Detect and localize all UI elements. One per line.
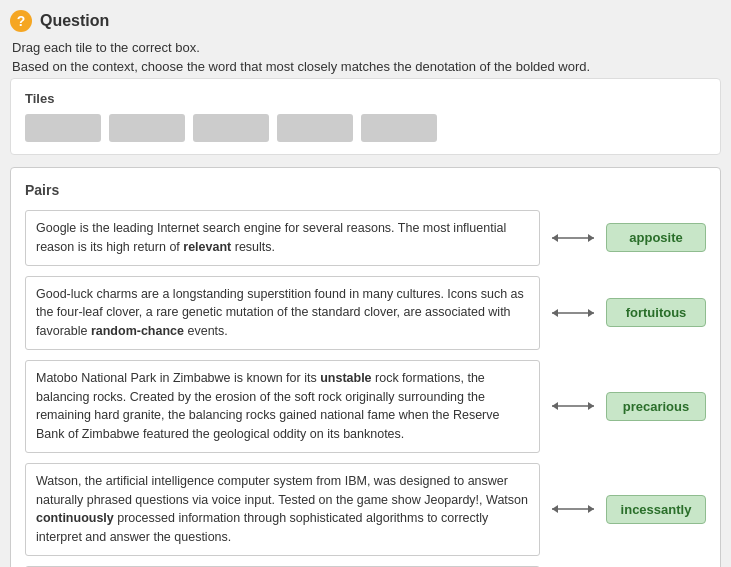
pairs-label: Pairs <box>25 182 706 198</box>
pair-text-3: Matobo National Park in Zimbabwe is know… <box>25 360 540 453</box>
pair-text-2: Good-luck charms are a longstanding supe… <box>25 276 540 350</box>
pair-row-3: Matobo National Park in Zimbabwe is know… <box>25 360 706 453</box>
svg-marker-7 <box>588 402 594 410</box>
pair-1-bold: relevant <box>183 240 231 254</box>
instruction-1: Drag each tile to the correct box. <box>12 40 721 55</box>
question-icon: ? <box>10 10 32 32</box>
svg-marker-4 <box>588 309 594 317</box>
arrow-1 <box>548 231 598 245</box>
pair-answer-3[interactable]: precarious <box>606 392 706 421</box>
svg-marker-11 <box>552 505 558 513</box>
pair-answer-2[interactable]: fortuitous <box>606 298 706 327</box>
pair-text-1: Google is the leading Internet search en… <box>25 210 540 266</box>
arrow-4 <box>548 502 598 516</box>
svg-marker-10 <box>588 505 594 513</box>
instruction-2: Based on the context, choose the word th… <box>12 59 721 74</box>
pair-2-text-after: events. <box>184 324 228 338</box>
tile-1[interactable] <box>25 114 101 142</box>
question-header: ? Question <box>10 10 721 32</box>
tile-3[interactable] <box>193 114 269 142</box>
pair-3-text-before: Matobo National Park in Zimbabwe is know… <box>36 371 320 385</box>
svg-marker-5 <box>552 309 558 317</box>
pair-row-2: Good-luck charms are a longstanding supe… <box>25 276 706 350</box>
arrow-3 <box>548 399 598 413</box>
svg-marker-1 <box>588 234 594 242</box>
pair-2-bold: random-chance <box>91 324 184 338</box>
pair-text-4: Watson, the artificial intelligence comp… <box>25 463 540 556</box>
pair-4-bold: continuously <box>36 511 114 525</box>
pair-3-bold: unstable <box>320 371 371 385</box>
arrow-2 <box>548 306 598 320</box>
tiles-row <box>25 114 706 142</box>
pair-1-text-after: results. <box>231 240 275 254</box>
pair-answer-4[interactable]: incessantly <box>606 495 706 524</box>
pairs-section: Pairs Google is the leading Internet sea… <box>10 167 721 567</box>
tiles-label: Tiles <box>25 91 706 106</box>
tile-5[interactable] <box>361 114 437 142</box>
tile-4[interactable] <box>277 114 353 142</box>
pair-row-1: Google is the leading Internet search en… <box>25 210 706 266</box>
pair-row-4: Watson, the artificial intelligence comp… <box>25 463 706 556</box>
tile-2[interactable] <box>109 114 185 142</box>
svg-marker-8 <box>552 402 558 410</box>
page-wrapper: ? Question Drag each tile to the correct… <box>0 0 731 567</box>
pair-answer-1[interactable]: apposite <box>606 223 706 252</box>
svg-marker-2 <box>552 234 558 242</box>
question-title: Question <box>40 12 109 30</box>
tiles-section: Tiles <box>10 78 721 155</box>
pair-4-text-before: Watson, the artificial intelligence comp… <box>36 474 528 507</box>
